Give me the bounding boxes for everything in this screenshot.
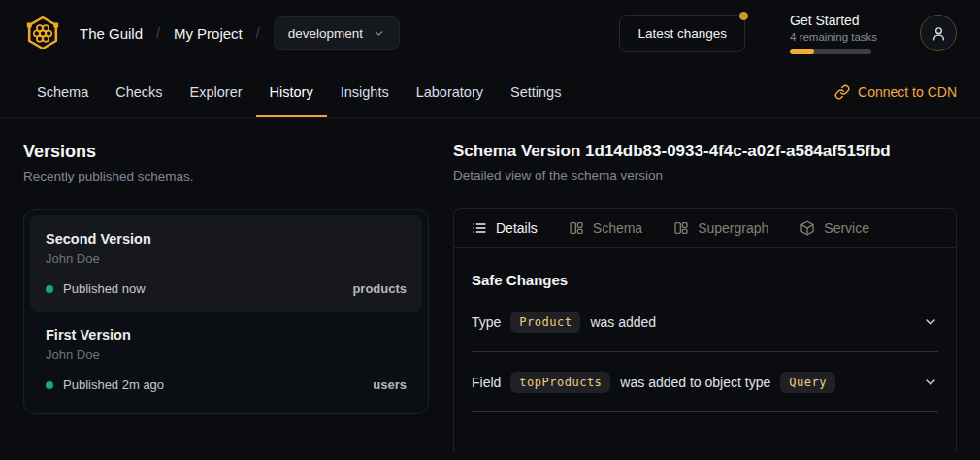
version-detail-panel: Schema Version 1d14db83-0933-4f4c-a02f-a… <box>453 142 957 452</box>
change-prefix: Type <box>472 314 501 330</box>
chevron-down-icon <box>373 27 385 40</box>
tab-service-label: Service <box>824 220 869 236</box>
versions-panel: Versions Recently published schemas. Sec… <box>23 142 429 414</box>
tab-supergraph[interactable]: Supergraph <box>673 220 768 236</box>
tab-service[interactable]: Service <box>800 220 869 236</box>
notification-dot <box>739 12 748 20</box>
user-avatar-button[interactable] <box>920 15 957 51</box>
version-title: First Version <box>46 327 407 343</box>
version-list-item[interactable]: Second Version John Doe Published now pr… <box>30 215 422 312</box>
main-content: Versions Recently published schemas. Sec… <box>0 118 980 460</box>
version-detail-tabs: Details Schema Supergraph <box>454 209 956 248</box>
get-started-widget[interactable]: Get Started 4 remaining tasks <box>790 13 875 54</box>
connect-to-cdn-label: Connect to CDN <box>858 84 957 100</box>
environment-selector-value: development <box>288 26 363 41</box>
latest-changes-label: Latest changes <box>637 26 727 41</box>
change-middle: was added to object type <box>620 375 770 390</box>
version-detail-title: Schema Version 1d14db83-0933-4f4c-a02f-a… <box>453 142 957 161</box>
link-icon <box>834 84 850 100</box>
guild-logo-icon[interactable] <box>23 14 62 52</box>
version-title: Second Version <box>46 231 407 246</box>
change-code-badge: Query <box>780 372 835 393</box>
user-icon <box>931 25 947 42</box>
expand-change-button[interactable] <box>923 375 938 390</box>
chevron-down-icon <box>923 314 938 330</box>
version-meta-row: Published 2m ago users <box>46 378 407 392</box>
version-detail-card: Details Schema Supergraph <box>453 208 957 452</box>
get-started-subtitle: 4 remaining tasks <box>790 31 875 43</box>
project-nav: Schema Checks Explorer History Insights … <box>0 66 980 118</box>
version-detail-subtitle: Detailed view of the schema version <box>453 168 957 182</box>
cube-icon <box>800 220 815 236</box>
tab-details[interactable]: Details <box>472 220 538 236</box>
header-right: Latest changes Get Started 4 remaining t… <box>619 13 957 54</box>
columns-icon <box>569 220 584 236</box>
change-row[interactable]: Field topProducts was added to object ty… <box>472 352 938 412</box>
breadcrumb-separator: / <box>156 25 160 41</box>
version-detail-body: Safe Changes Type Product was added Fiel… <box>454 248 956 412</box>
connect-to-cdn-link[interactable]: Connect to CDN <box>834 66 957 117</box>
published-status-dot <box>46 381 53 389</box>
get-started-progress-bar <box>790 49 871 54</box>
breadcrumb-separator: / <box>256 25 260 41</box>
versions-list: Second Version John Doe Published now pr… <box>23 209 429 414</box>
published-status-dot <box>46 285 53 293</box>
published-label: Published now <box>63 281 146 296</box>
tab-schema-view-label: Schema <box>593 220 642 236</box>
tab-details-label: Details <box>496 220 538 236</box>
tab-history[interactable]: History <box>256 66 327 117</box>
service-name: users <box>373 378 407 392</box>
columns-icon <box>673 220 689 236</box>
versions-subtitle: Recently published schemas. <box>23 169 429 183</box>
list-icon <box>472 220 487 236</box>
latest-changes-button[interactable]: Latest changes <box>619 15 745 52</box>
versions-title: Versions <box>23 142 429 162</box>
safe-changes-heading: Safe Changes <box>472 272 938 288</box>
version-author: John Doe <box>46 251 407 266</box>
tab-insights[interactable]: Insights <box>327 66 403 117</box>
service-name: products <box>352 281 407 296</box>
chevron-down-icon <box>923 375 938 390</box>
breadcrumb: The Guild / My Project / development <box>23 14 400 52</box>
tab-settings[interactable]: Settings <box>497 66 574 117</box>
header: The Guild / My Project / development Lat… <box>0 0 980 66</box>
progress-fill <box>790 49 814 54</box>
tab-checks[interactable]: Checks <box>102 66 176 117</box>
change-row[interactable]: Type Product was added <box>472 292 938 352</box>
tab-explorer[interactable]: Explorer <box>177 66 256 117</box>
version-list-item[interactable]: First Version John Doe Published 2m ago … <box>30 312 422 408</box>
change-prefix: Field <box>472 375 501 390</box>
tab-supergraph-label: Supergraph <box>698 220 768 236</box>
version-meta-row: Published now products <box>46 281 407 296</box>
tab-schema-view[interactable]: Schema <box>569 220 642 236</box>
change-code-badge: topProducts <box>510 372 610 393</box>
version-author: John Doe <box>46 347 407 362</box>
breadcrumb-org[interactable]: The Guild <box>80 25 143 42</box>
tab-schema[interactable]: Schema <box>23 66 102 117</box>
get-started-title: Get Started <box>790 13 875 28</box>
expand-change-button[interactable] <box>923 314 938 330</box>
tab-laboratory[interactable]: Laboratory <box>403 66 497 117</box>
change-middle: was added <box>590 314 656 330</box>
environment-selector[interactable]: development <box>274 16 400 50</box>
published-label: Published 2m ago <box>63 378 164 392</box>
breadcrumb-project[interactable]: My Project <box>174 25 243 42</box>
change-code-badge: Product <box>510 312 580 333</box>
